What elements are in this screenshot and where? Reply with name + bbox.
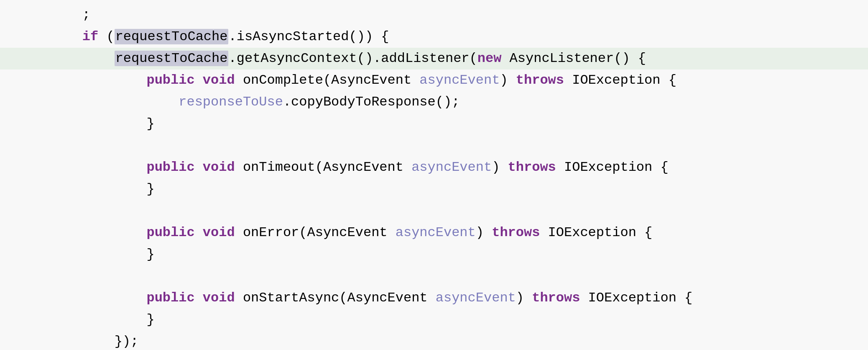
line-content: public void onError(AsyncEvent asyncEven…: [0, 223, 652, 243]
code-line-empty2: [0, 200, 868, 222]
code-line-onstartasync: public void onStartAsync(AsyncEvent asyn…: [0, 287, 868, 309]
requestToCache-var2: requestToCache: [115, 51, 229, 66]
line-content: responseToUse.copyBodyToResponse();: [0, 92, 460, 112]
code-line-ontimeout: public void onTimeout(AsyncEvent asyncEv…: [0, 157, 868, 178]
code-line-brace1: }: [0, 113, 868, 135]
line-content: public void onComplete(AsyncEvent asyncE…: [0, 70, 677, 90]
line-content: requestToCache.getAsyncContext().addList…: [0, 49, 646, 69]
line-content: }: [0, 244, 155, 265]
line-content: if (requestToCache.isAsyncStarted()) {: [0, 27, 389, 47]
line-content: [0, 266, 58, 286]
code-line-oncomplete: public void onComplete(AsyncEvent asyncE…: [0, 69, 868, 91]
line-content: [0, 136, 58, 156]
line-content: }: [0, 114, 155, 134]
line-content: }: [0, 310, 155, 330]
line-content: [0, 201, 58, 221]
code-line-copybody1: responseToUse.copyBodyToResponse();: [0, 91, 868, 113]
code-line-empty3: [0, 265, 868, 287]
line-content: public void onStartAsync(AsyncEvent asyn…: [0, 288, 692, 308]
line-content: });: [0, 332, 138, 350]
code-line-brace4: }: [0, 309, 868, 331]
code-editor: ; if (requestToCache.isAsyncStarted()) {…: [0, 0, 868, 350]
line-content: public void onTimeout(AsyncEvent asyncEv…: [0, 157, 669, 178]
code-line-brace3: }: [0, 244, 868, 265]
requestToCache-var: requestToCache: [115, 29, 229, 44]
line-content: ;: [0, 5, 90, 25]
code-line-onerror: public void onError(AsyncEvent asyncEven…: [0, 222, 868, 244]
code-line-getasync: requestToCache.getAsyncContext().addList…: [0, 48, 868, 69]
code-line-brace2: }: [0, 178, 868, 200]
code-line-semicolon: ;: [0, 4, 868, 26]
code-line-closeparen: });: [0, 331, 868, 350]
code-line-if: if (requestToCache.isAsyncStarted()) {: [0, 26, 868, 48]
line-content: }: [0, 179, 155, 199]
code-line-empty1: [0, 135, 868, 157]
